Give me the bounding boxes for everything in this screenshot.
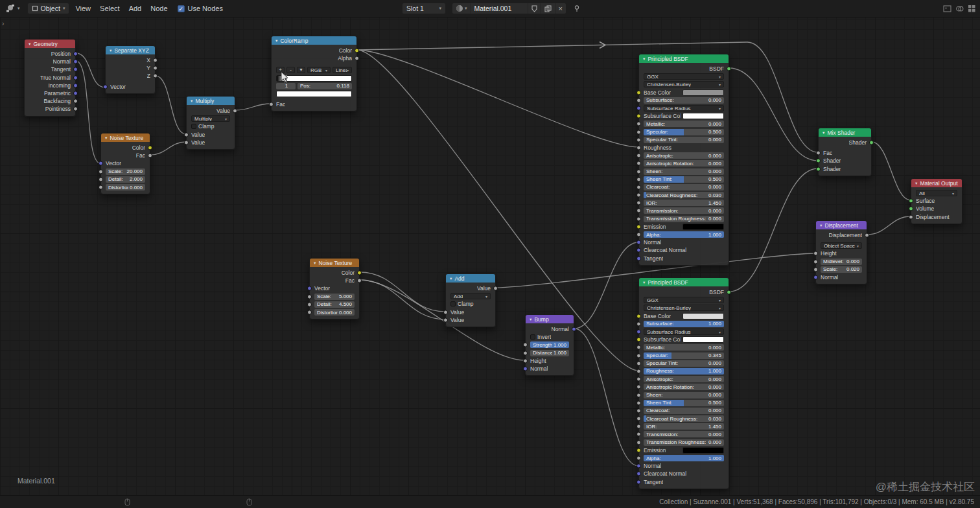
strength-field[interactable]: Strength1.000 bbox=[530, 341, 569, 348]
node-link[interactable] bbox=[729, 168, 818, 292]
node-link[interactable] bbox=[357, 42, 747, 50]
input-socket[interactable] bbox=[636, 393, 641, 397]
input-socket[interactable] bbox=[99, 185, 103, 190]
ior-field[interactable]: IOR:1.450 bbox=[644, 423, 724, 430]
input-socket[interactable] bbox=[99, 169, 103, 174]
subsurface-color-swatch[interactable] bbox=[682, 113, 724, 119]
specular-field[interactable]: Specular:0.345 bbox=[644, 352, 724, 359]
anisotropic-field[interactable]: Anisotropic:0.000 bbox=[644, 376, 724, 382]
node-link[interactable] bbox=[235, 104, 271, 110]
multiply-dropdown[interactable]: Multiply▾ bbox=[191, 115, 230, 122]
node-principled-bsdf-2[interactable]: ▼Principled BSDFBSDFGGX▾Christensen-Burl… bbox=[638, 277, 729, 489]
input-socket[interactable] bbox=[636, 424, 641, 429]
input-socket[interactable] bbox=[636, 130, 641, 134]
menu-view[interactable]: View bbox=[71, 5, 95, 12]
output-socket[interactable] bbox=[73, 60, 78, 64]
alpha-field[interactable]: Alpha:1.000 bbox=[644, 231, 724, 238]
output-socket[interactable] bbox=[153, 66, 158, 71]
input-socket[interactable] bbox=[636, 464, 641, 468]
collapse-icon[interactable]: ▼ bbox=[109, 49, 112, 52]
input-socket[interactable] bbox=[99, 161, 103, 166]
output-socket[interactable] bbox=[355, 56, 359, 61]
transmission-roughness-field[interactable]: Transmission Roughness:0.000 bbox=[644, 439, 724, 446]
duplicate-material-button[interactable] bbox=[541, 3, 555, 14]
input-socket[interactable] bbox=[636, 440, 641, 444]
distortion-field[interactable]: Distortion:0.000 bbox=[106, 184, 145, 190]
collapse-icon[interactable]: ▼ bbox=[28, 42, 31, 46]
node-add[interactable]: ▼AddValueAdd▾ClampValueValue bbox=[445, 273, 496, 327]
input-socket[interactable] bbox=[636, 330, 641, 334]
node-link[interactable] bbox=[76, 61, 100, 163]
node-displacement[interactable]: ▼DisplacementDisplacementObject Space▾He… bbox=[815, 220, 867, 284]
input-socket[interactable] bbox=[636, 114, 641, 119]
anisotropic-rotation-field[interactable]: Anisotropic Rotation:0.000 bbox=[644, 160, 724, 167]
distance-field[interactable]: Distance:1.000 bbox=[530, 350, 569, 356]
input-socket[interactable] bbox=[523, 358, 528, 363]
input-socket[interactable] bbox=[636, 400, 641, 405]
node-header[interactable]: ▼Multiply bbox=[187, 97, 235, 105]
node-link[interactable] bbox=[357, 50, 638, 371]
input-socket[interactable] bbox=[813, 267, 818, 271]
node-header[interactable]: ▼Displacement bbox=[816, 221, 867, 229]
node-noise-texture-1[interactable]: ▼Noise TextureColorFacVectorScale:20.000… bbox=[100, 133, 150, 194]
node-link[interactable] bbox=[360, 280, 525, 360]
input-socket[interactable] bbox=[636, 338, 641, 342]
toolbar-expand-icon[interactable]: › bbox=[2, 20, 4, 27]
input-socket[interactable] bbox=[636, 248, 641, 253]
output-socket[interactable] bbox=[233, 109, 237, 113]
input-socket[interactable] bbox=[909, 199, 913, 203]
input-socket[interactable] bbox=[636, 193, 641, 198]
specular-field[interactable]: Specular:0.500 bbox=[644, 129, 724, 135]
input-socket[interactable] bbox=[636, 448, 641, 452]
input-socket[interactable] bbox=[184, 132, 189, 137]
node-header[interactable]: ▼ColorRamp bbox=[272, 36, 356, 45]
stop-position-field[interactable]: Pos:0.118 bbox=[298, 83, 352, 89]
emission-swatch[interactable] bbox=[682, 224, 724, 230]
node-header[interactable]: ▼Geometry bbox=[25, 40, 75, 48]
subsurface-radius-dropdown[interactable]: Subsurface Radius▾ bbox=[644, 105, 724, 111]
output-socket[interactable] bbox=[727, 67, 731, 71]
node-link[interactable] bbox=[747, 42, 818, 152]
stop-index-field[interactable]: 1 bbox=[276, 83, 296, 89]
input-socket[interactable] bbox=[307, 286, 312, 291]
input-socket[interactable] bbox=[636, 106, 641, 111]
output-socket[interactable] bbox=[73, 107, 78, 111]
pin-button[interactable] bbox=[571, 3, 583, 14]
christensen-burley-dropdown[interactable]: Christensen-Burley▾ bbox=[644, 305, 724, 311]
editor-options-button[interactable] bbox=[968, 5, 976, 13]
anisotropic-field[interactable]: Anisotropic:0.000 bbox=[644, 152, 724, 159]
input-socket[interactable] bbox=[636, 417, 641, 421]
scale-field[interactable]: Scale:5.000 bbox=[314, 294, 355, 300]
output-socket[interactable] bbox=[153, 58, 158, 63]
editor-type-button[interactable]: ▾ bbox=[1, 3, 25, 14]
back-image-button[interactable] bbox=[943, 5, 951, 13]
input-socket[interactable] bbox=[523, 367, 528, 371]
collapse-icon[interactable]: ▼ bbox=[275, 39, 278, 43]
input-socket[interactable] bbox=[636, 369, 641, 373]
input-socket[interactable] bbox=[636, 145, 641, 150]
input-socket[interactable] bbox=[636, 185, 641, 189]
detail-field[interactable]: Detail:2.000 bbox=[106, 176, 145, 183]
alpha-field[interactable]: Alpha:1.000 bbox=[644, 455, 724, 461]
interpolation-dropdown[interactable]: Linear▾ bbox=[332, 67, 352, 73]
material-browse-button[interactable]: ▾ bbox=[452, 3, 471, 14]
clearcoat-roughness-field[interactable]: Clearcoat Roughness:0.030 bbox=[644, 415, 724, 422]
material-name-field[interactable]: Material.001 bbox=[471, 3, 528, 14]
emission-swatch[interactable] bbox=[682, 447, 724, 454]
sheen-tint-field[interactable]: Sheen Tint:0.500 bbox=[644, 400, 724, 406]
transmission-field[interactable]: Transmission:0.000 bbox=[644, 431, 724, 437]
input-socket[interactable] bbox=[636, 377, 641, 382]
node-principled-bsdf-1[interactable]: ▼Principled BSDFBSDFGGX▾Christensen-Burl… bbox=[638, 54, 729, 266]
node-header[interactable]: ▼Separate XYZ bbox=[106, 46, 155, 54]
overlays-button[interactable] bbox=[955, 5, 964, 13]
color-mode-dropdown[interactable]: RGB▾ bbox=[307, 67, 331, 73]
output-socket[interactable] bbox=[493, 286, 498, 291]
base-color-swatch[interactable] bbox=[682, 89, 724, 96]
collapse-icon[interactable]: ▼ bbox=[915, 181, 918, 185]
collapse-icon[interactable]: ▼ bbox=[819, 224, 822, 227]
input-socket[interactable] bbox=[909, 214, 913, 219]
node-link[interactable] bbox=[574, 242, 638, 329]
input-socket[interactable] bbox=[636, 161, 641, 166]
input-socket[interactable] bbox=[636, 256, 641, 260]
node-mix-shader[interactable]: ▼Mix ShaderShaderFacShaderShader bbox=[818, 128, 872, 176]
